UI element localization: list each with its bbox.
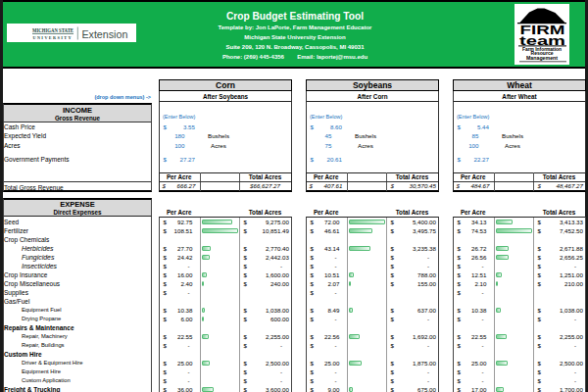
svg-text:Management: Management bbox=[526, 56, 558, 61]
svg-text:MICHIGAN STATE: MICHIGAN STATE bbox=[32, 26, 74, 34]
svg-text:Extension: Extension bbox=[81, 28, 127, 40]
svg-text:UNIVERSITY: UNIVERSITY bbox=[33, 35, 74, 40]
